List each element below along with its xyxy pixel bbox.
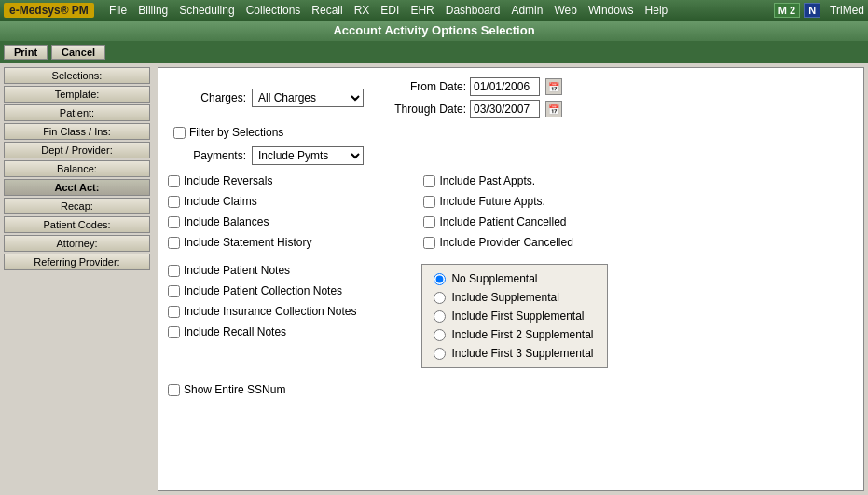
menu-dashboard[interactable]: Dashboard bbox=[446, 4, 501, 17]
menu-windows[interactable]: Windows bbox=[588, 4, 634, 17]
radio-include-supplemental: Include Supplemental bbox=[434, 291, 596, 304]
include-reversals-label: Include Reversals bbox=[184, 174, 272, 187]
sidebar: Selections: Template: Patient: Fin Class… bbox=[0, 63, 154, 495]
trimed-label: TriMed bbox=[830, 4, 864, 17]
include-statement-history-row: Include Statement History bbox=[168, 236, 311, 249]
filter-by-selections-checkbox[interactable] bbox=[173, 127, 186, 139]
include-provider-cancelled-checkbox[interactable] bbox=[423, 237, 435, 249]
menu-admin[interactable]: Admin bbox=[511, 4, 543, 17]
main-layout: Selections: Template: Patient: Fin Class… bbox=[0, 63, 868, 495]
include-supplemental-label: Include Supplemental bbox=[451, 291, 558, 304]
include-first2-supplemental-label: Include First 2 Supplemental bbox=[451, 328, 593, 341]
include-first-supplemental-radio[interactable] bbox=[434, 310, 446, 323]
sidebar-item-attorney[interactable]: Attorney: bbox=[4, 235, 150, 252]
payments-select[interactable]: Include Pymts Exclude Pymts bbox=[252, 146, 364, 165]
radio-include-first3-supplemental: Include First 3 Supplemental bbox=[434, 347, 596, 360]
include-first3-supplemental-radio[interactable] bbox=[434, 348, 446, 360]
menu-rx[interactable]: RX bbox=[354, 4, 370, 17]
through-date-input[interactable] bbox=[470, 100, 540, 118]
sidebar-item-balance[interactable]: Balance: bbox=[4, 160, 150, 177]
through-date-calendar-button[interactable]: 📅 bbox=[545, 101, 562, 117]
menu-billing[interactable]: Billing bbox=[138, 4, 168, 17]
include-balances-checkbox[interactable] bbox=[168, 216, 180, 228]
through-date-row: Through Date: 📅 bbox=[382, 100, 562, 118]
sidebar-arrow-container: ⤺ Acct Act: bbox=[4, 179, 150, 198]
from-date-label: From Date: bbox=[382, 80, 466, 93]
menu-collections[interactable]: Collections bbox=[246, 4, 301, 17]
sidebar-item-patient-codes[interactable]: Patient Codes: bbox=[4, 216, 150, 233]
from-date-input[interactable] bbox=[470, 77, 540, 96]
include-past-appts-checkbox[interactable] bbox=[423, 175, 435, 187]
sidebar-item-patient[interactable]: Patient: bbox=[4, 104, 150, 121]
date-section: From Date: 📅 Through Date: 📅 bbox=[382, 77, 562, 118]
menu-web[interactable]: Web bbox=[554, 4, 576, 17]
show-ssnum-checkbox[interactable] bbox=[168, 384, 180, 396]
include-recall-notes-checkbox[interactable] bbox=[168, 326, 180, 338]
include-patient-collection-notes-label: Include Patient Collection Notes bbox=[184, 284, 342, 297]
include-future-appts-checkbox[interactable] bbox=[423, 196, 435, 208]
charges-select[interactable]: All Charges Posted Charges Unposted Char… bbox=[252, 89, 364, 107]
menu-edi[interactable]: EDI bbox=[380, 4, 399, 17]
include-patient-collection-notes-row: Include Patient Collection Notes bbox=[168, 284, 356, 297]
window-title: Account Activity Options Selection bbox=[0, 21, 868, 41]
menu-scheduling[interactable]: Scheduling bbox=[179, 4, 234, 17]
badges: M 2 N TriMed bbox=[774, 3, 864, 18]
include-first2-supplemental-radio[interactable] bbox=[434, 329, 446, 341]
menu-file[interactable]: File bbox=[109, 4, 127, 17]
include-balances-label: Include Balances bbox=[184, 215, 269, 228]
include-reversals-checkbox[interactable] bbox=[168, 175, 180, 187]
include-provider-cancelled-label: Include Provider Cancelled bbox=[439, 236, 572, 249]
include-insurance-collection-notes-checkbox[interactable] bbox=[168, 306, 180, 318]
include-patient-collection-notes-checkbox[interactable] bbox=[168, 285, 180, 297]
app-title: e-Medsys® PM bbox=[4, 3, 94, 18]
include-reversals-row: Include Reversals bbox=[168, 174, 311, 187]
content-area: Charges: All Charges Posted Charges Unpo… bbox=[158, 67, 864, 491]
include-statement-history-checkbox[interactable] bbox=[168, 237, 180, 249]
cancel-button[interactable]: Cancel bbox=[51, 45, 105, 60]
include-patient-cancelled-label: Include Patient Cancelled bbox=[439, 215, 566, 228]
include-patient-cancelled-checkbox[interactable] bbox=[423, 216, 435, 228]
radio-include-first2-supplemental: Include First 2 Supplemental bbox=[434, 328, 596, 341]
from-date-calendar-button[interactable]: 📅 bbox=[545, 78, 562, 95]
include-provider-cancelled-row: Include Provider Cancelled bbox=[423, 236, 572, 249]
sidebar-item-acct-act[interactable]: Acct Act: bbox=[4, 179, 150, 196]
payments-row: Payments: Include Pymts Exclude Pymts bbox=[168, 146, 854, 165]
print-button[interactable]: Print bbox=[4, 45, 48, 60]
left-checkboxes: Include Reversals Include Claims Include… bbox=[168, 174, 311, 249]
include-supplemental-radio[interactable] bbox=[434, 292, 446, 304]
menu-ehr[interactable]: EHR bbox=[410, 4, 434, 17]
include-recall-notes-row: Include Recall Notes bbox=[168, 325, 356, 338]
include-claims-checkbox[interactable] bbox=[168, 196, 180, 208]
charges-label: Charges: bbox=[168, 91, 252, 104]
sidebar-item-template[interactable]: Template: bbox=[4, 86, 150, 103]
include-future-appts-label: Include Future Appts. bbox=[439, 195, 544, 208]
right-checkboxes: Include Past Appts. Include Future Appts… bbox=[423, 174, 572, 249]
sidebar-item-fin-class[interactable]: Fin Class / Ins: bbox=[4, 123, 150, 140]
payments-label: Payments: bbox=[168, 149, 252, 162]
include-balances-row: Include Balances bbox=[168, 215, 311, 228]
filter-by-selections-row: Filter by Selections bbox=[173, 126, 854, 139]
include-past-appts-row: Include Past Appts. bbox=[423, 174, 572, 187]
notes-radio-section: Include Patient Notes Include Patient Co… bbox=[168, 264, 854, 368]
checkboxes-section: Include Reversals Include Claims Include… bbox=[168, 174, 854, 249]
sidebar-item-referring-provider[interactable]: Referring Provider: bbox=[4, 254, 150, 270]
include-insurance-collection-notes-row: Include Insurance Collection Notes bbox=[168, 305, 356, 318]
through-date-label: Through Date: bbox=[382, 103, 466, 116]
filter-by-selections-label: Filter by Selections bbox=[189, 126, 283, 139]
show-ssnum-row: Show Entire SSNum bbox=[168, 383, 854, 396]
badge-n: N bbox=[804, 3, 820, 18]
sidebar-item-recap[interactable]: Recap: bbox=[4, 198, 150, 214]
sidebar-item-selections[interactable]: Selections: bbox=[4, 67, 150, 84]
menu-help[interactable]: Help bbox=[645, 4, 668, 17]
no-supplemental-radio[interactable] bbox=[434, 273, 446, 285]
include-past-appts-label: Include Past Appts. bbox=[439, 174, 535, 187]
include-first-supplemental-label: Include First Supplemental bbox=[451, 309, 584, 323]
from-date-row: From Date: 📅 bbox=[382, 77, 562, 96]
include-claims-row: Include Claims bbox=[168, 195, 311, 208]
notes-checkboxes: Include Patient Notes Include Patient Co… bbox=[168, 264, 356, 368]
sidebar-item-dept-provider[interactable]: Dept / Provider: bbox=[4, 142, 150, 158]
badge-m2: M 2 bbox=[774, 3, 800, 18]
menu-recall[interactable]: Recall bbox=[311, 4, 342, 17]
include-patient-notes-checkbox[interactable] bbox=[168, 265, 180, 277]
menubar: e-Medsys® PM File Billing Scheduling Col… bbox=[0, 0, 868, 21]
